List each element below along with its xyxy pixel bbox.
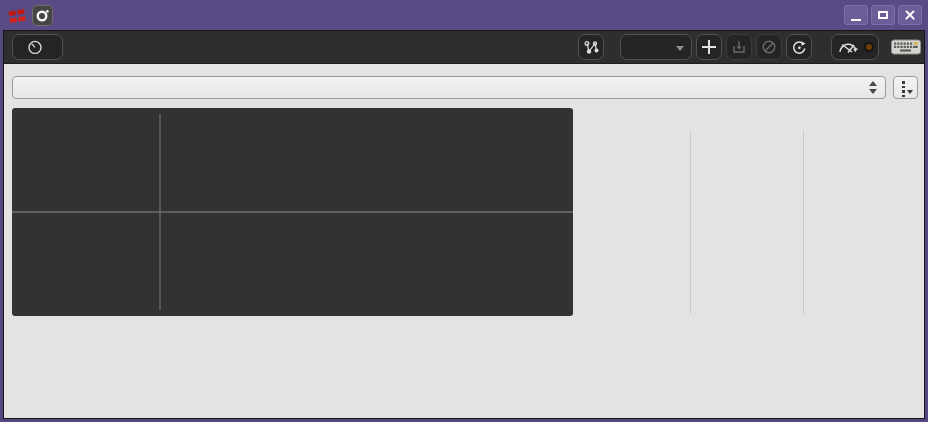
knob-panel (577, 108, 915, 318)
kit-spinner[interactable] (863, 81, 885, 94)
reset-button[interactable] (786, 34, 812, 60)
window-menu-icon[interactable] (32, 5, 53, 26)
minimize-button[interactable] (844, 5, 868, 25)
waveform-display[interactable] (12, 108, 573, 316)
automation-record-button[interactable] (831, 34, 879, 60)
list-menu-icon (902, 81, 905, 97)
clear-preset-button (756, 34, 782, 60)
spinner-down-icon (869, 89, 877, 94)
maximize-button[interactable] (871, 5, 895, 25)
gauge-icon (837, 39, 859, 55)
timer-icon (27, 39, 43, 55)
chevron-down-icon (676, 46, 684, 51)
modulation-routing-button[interactable] (578, 34, 604, 60)
maximize-icon (878, 11, 888, 19)
menu-arrow-icon (907, 90, 913, 94)
knob-grid (577, 108, 915, 318)
titlebar (0, 0, 928, 30)
virtual-keyboard-icon[interactable] (891, 38, 921, 56)
cancel-icon (761, 39, 777, 55)
import-icon (731, 39, 747, 55)
plugin-window (0, 0, 928, 422)
import-preset-button (726, 34, 752, 60)
kit-bar (12, 76, 918, 99)
close-button[interactable] (898, 5, 922, 25)
toolbar (4, 31, 924, 64)
main-panel (4, 64, 924, 418)
undo-history-button[interactable] (12, 34, 63, 60)
plus-icon (702, 40, 716, 54)
reset-icon (791, 39, 808, 56)
plugin-content (3, 30, 925, 419)
close-icon (904, 9, 916, 21)
add-preset-button[interactable] (696, 34, 722, 60)
preset-select[interactable] (620, 34, 692, 60)
kit-selector[interactable] (12, 76, 886, 99)
app-logo-icon (7, 7, 26, 24)
node-graph-icon (583, 39, 600, 56)
kit-menu-button[interactable] (893, 76, 918, 99)
spinner-up-icon (869, 81, 877, 86)
minimize-icon (851, 19, 861, 21)
record-led-icon (864, 42, 874, 52)
